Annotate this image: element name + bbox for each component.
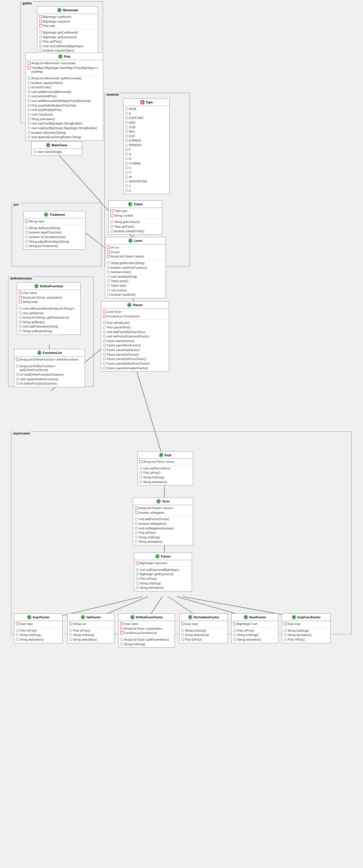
method-icon: [135, 531, 138, 534]
method-icon: [103, 335, 106, 338]
method-icon: [28, 108, 30, 111]
class-factor: C Factor BigInteger exponent void setExp…: [134, 553, 192, 591]
method-icon: [39, 31, 42, 34]
field-icon: [125, 148, 128, 151]
class-poly-title: Poly: [64, 55, 71, 58]
method-icon: [139, 480, 142, 484]
class-exprfactor-header: C ExprFactor: [14, 614, 62, 621]
class-treatment-fields: String input: [24, 218, 85, 225]
package-definefunction-label: definefunction: [9, 277, 33, 280]
field-icon: [120, 622, 123, 625]
field-icon: [110, 214, 113, 217]
class-parser-icon: C: [127, 303, 132, 307]
class-poly-methods: ArrayList<Monomial> getMonomials() boole…: [26, 75, 103, 141]
method-icon: [139, 471, 142, 474]
method-icon: [284, 638, 287, 641]
class-token-title: Token: [134, 203, 143, 206]
field-icon: [125, 166, 128, 169]
field-icon: [181, 622, 184, 625]
method-icon: [107, 293, 110, 296]
method-icon: [19, 307, 22, 310]
class-lexer-fields: int cur int pos ArrayList<Token> tokens: [105, 244, 166, 260]
method-icon: [16, 365, 19, 368]
class-type-icon: E: [140, 100, 145, 104]
class-factor-icon: C: [155, 554, 160, 559]
class-monomial-fields: BigInteger coefficient BigInteger expone…: [37, 14, 98, 30]
method-icon: [233, 633, 236, 636]
method-icon: [103, 367, 106, 370]
method-icon: [103, 339, 106, 342]
class-exprfactor-fields: Expr expr: [14, 621, 62, 628]
class-parser-title: Parser: [133, 303, 143, 307]
class-type-header: E Type: [123, 99, 169, 106]
class-monomial: C Monomial BigInteger coefficient BigInt…: [37, 6, 98, 59]
class-token: C Token Type type String content String …: [108, 200, 162, 235]
class-treatment: C Treatment String input String delSpace…: [23, 211, 86, 250]
method-icon: [103, 348, 106, 351]
class-definefunction-fields: char name ArrayList<String> parameters S…: [17, 290, 80, 306]
method-icon: [28, 127, 30, 129]
class-factor-header: C Factor: [134, 553, 192, 560]
method-icon: [25, 226, 28, 229]
method-icon: [110, 230, 113, 232]
method-icon: [25, 236, 28, 238]
method-icon: [181, 629, 184, 632]
class-term-methods: void addFactor(Factor) boolean isNegativ…: [133, 516, 193, 545]
class-monomial-title: Monomial: [63, 8, 78, 12]
field-icon: [125, 180, 128, 183]
class-term: C Term ArrayList<Factor> factors boolean…: [133, 498, 193, 545]
method-icon: [16, 633, 19, 636]
method-icon: [135, 518, 138, 521]
class-expr-methods: void addTerm(Term) Poly toPoly() String …: [138, 465, 193, 486]
class-lexer-icon: C: [128, 238, 133, 243]
method-icon: [16, 373, 19, 376]
method-icon: [25, 231, 28, 234]
package-pre-label: pre: [13, 203, 19, 206]
method-icon: [135, 527, 138, 530]
class-expr-icon: C: [159, 453, 164, 457]
field-icon: [125, 176, 128, 178]
package-expression-label: expression: [12, 432, 30, 435]
class-lexer-header: C Lexer: [105, 237, 166, 244]
class-expr-fields: ArrayList<Term> terms: [138, 459, 193, 465]
class-numfactor-header: C NumFactor: [232, 614, 278, 621]
field-icon: [69, 622, 72, 625]
class-factor-title: Factor: [161, 555, 171, 558]
method-icon: [103, 331, 106, 333]
class-derivationfactor-fields: Expr expr: [179, 621, 228, 628]
class-varfactor-header: C VarFactor: [67, 614, 114, 621]
field-icon: [125, 107, 128, 110]
class-exprfactor-methods: Poly toPoly() String toString() String d…: [14, 628, 62, 643]
class-parser-fields: Lexer lexer FunctionList functionList: [101, 309, 169, 320]
class-factor-methods: void setExponent(BigInteger) BigInteger …: [134, 567, 192, 591]
method-icon: [19, 312, 22, 314]
method-icon: [107, 275, 110, 278]
class-parser: C Parser Lexer lexer FunctionList functi…: [101, 301, 169, 372]
class-expfuncfactor-header: C ExpFuncFactor: [282, 614, 330, 621]
class-definefuncfactor-methods: ArrayList<Expr> getParameters() String t…: [119, 637, 174, 647]
field-icon: [125, 139, 128, 142]
method-icon: [16, 378, 19, 380]
method-icon: [69, 629, 72, 632]
class-functionlist-header: C FunctionList: [14, 349, 85, 356]
method-icon: [103, 358, 106, 360]
field-icon: [125, 121, 128, 124]
field-icon: [19, 291, 22, 294]
class-functionlist: C FunctionList ArrayList<DefineFunction>…: [14, 349, 85, 387]
field-icon: [125, 157, 128, 160]
field-icon: [107, 250, 110, 253]
method-icon: [136, 586, 139, 589]
method-icon: [33, 150, 36, 153]
class-functionlist-title: FunctionList: [43, 351, 62, 354]
class-term-icon: C: [156, 499, 161, 504]
method-icon: [28, 113, 30, 116]
field-icon: [136, 562, 139, 564]
class-derivationfactor-header: C DerivationFactor: [179, 614, 228, 621]
method-icon: [103, 321, 106, 324]
method-icon: [28, 131, 30, 134]
method-icon: [28, 90, 30, 93]
class-token-header: C Token: [109, 201, 162, 208]
class-term-header: C Term: [133, 498, 193, 505]
method-icon: [103, 344, 106, 347]
field-icon: [16, 622, 19, 625]
